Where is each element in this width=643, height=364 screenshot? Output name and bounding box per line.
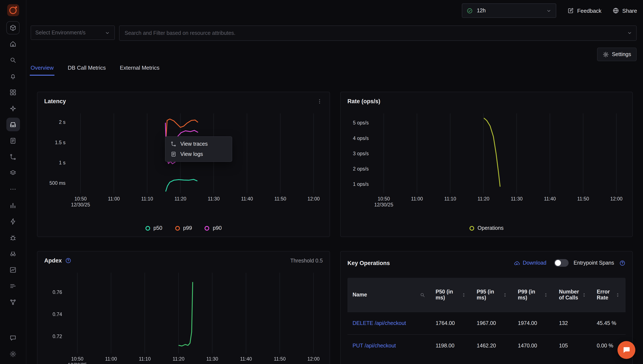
settings-label: Settings [612, 52, 631, 57]
help-icon[interactable] [65, 258, 72, 264]
sidebar-item-service-map[interactable] [6, 295, 20, 309]
sidebar-item-alerts[interactable] [6, 69, 20, 83]
column-header-calls[interactable]: Number of Calls [554, 278, 592, 312]
column-header-error[interactable]: Error Rate [592, 278, 626, 312]
cell-p99: 1974.00 [513, 312, 554, 334]
sidebar-item-metrics[interactable] [6, 198, 20, 212]
svg-text:0.76: 0.76 [53, 290, 62, 295]
bug-icon [9, 234, 17, 241]
sidebar-item-services[interactable] [6, 118, 20, 131]
route-icon [170, 141, 176, 147]
legend-label: Operations [478, 225, 504, 231]
layers-icon [9, 169, 17, 176]
cloud-download-icon [514, 260, 520, 266]
tab-db-call-metrics[interactable]: DB Call Metrics [68, 64, 106, 76]
sidebar-item-messaging-queues[interactable] [6, 166, 20, 180]
rate-chart[interactable]: 10:5012/30/2511:0011:1011:2011:3011:4011… [345, 111, 628, 212]
entrypoint-spans-toggle[interactable] [554, 259, 569, 267]
operation-link[interactable]: DELETE /api/checkout [353, 320, 406, 326]
entrypoint-spans-label: Entrypoint Spans [574, 260, 614, 266]
svg-text:12/30/25: 12/30/25 [68, 362, 87, 364]
cell-p50: 1198.00 [431, 335, 472, 357]
svg-text:1 ops/s: 1 ops/s [353, 181, 369, 187]
gear-icon [603, 51, 609, 58]
environment-placeholder: Select Environment/s [35, 30, 102, 36]
sidebar-item-logs[interactable] [6, 134, 20, 148]
time-range-value: 12h [477, 8, 542, 14]
share-button[interactable]: Share [613, 7, 637, 14]
legend-item-p50[interactable]: p50 [145, 225, 162, 231]
context-menu-item-view-logs[interactable]: View logs [165, 149, 232, 159]
sidebar-nav [0, 21, 26, 360]
sidebar-item-search[interactable] [6, 53, 20, 67]
legend-item-p99[interactable]: p99 [175, 225, 192, 231]
sidebar-item-billing[interactable] [6, 279, 20, 293]
sidebar-item-get-started[interactable] [6, 21, 20, 34]
sidebar-item-api-monitoring[interactable] [6, 214, 20, 228]
rate-legend: Operations [341, 225, 632, 231]
legend-dot [175, 226, 180, 230]
sidebar-item-exceptions[interactable] [6, 231, 20, 244]
legend-item-p90[interactable]: p90 [205, 225, 222, 231]
cube-icon [9, 24, 17, 32]
sidebar-item-explorer[interactable] [6, 247, 20, 260]
key-operations-panel: Key Operations Download Entrypoint Spans… [340, 251, 633, 364]
environment-select[interactable]: Select Environment/s [31, 26, 115, 40]
search-icon [420, 292, 425, 298]
panel-title: Apdex [44, 258, 62, 264]
cell-name: PUT /api/checkout [347, 335, 431, 357]
sort-icon [461, 292, 467, 298]
table-header-row: NameP50 (in ms)P95 (in ms)P99 (in ms)Num… [347, 278, 625, 312]
svg-text:500 ms: 500 ms [50, 180, 66, 186]
resource-filter-input[interactable] [119, 30, 636, 36]
sidebar-item-home[interactable] [6, 37, 20, 50]
latency-legend: p50p99p90 [38, 225, 330, 231]
kebab-menu-icon[interactable] [316, 98, 323, 104]
signoz-logo-icon [9, 6, 17, 14]
download-button[interactable]: Download [511, 259, 549, 266]
sidebar-item-infra-monitoring[interactable] [6, 263, 20, 276]
sidebar-item-traces[interactable] [6, 150, 20, 164]
home-icon [9, 40, 17, 47]
sidebar [0, 0, 26, 364]
panel-header: Apdex Threshold 0.5 [38, 252, 330, 264]
column-header-name[interactable]: Name [347, 278, 430, 312]
sidebar-item-more[interactable] [6, 182, 20, 196]
help-icon[interactable] [619, 260, 625, 266]
svg-text:12/30/25: 12/30/25 [71, 202, 90, 208]
nodes-icon [9, 298, 17, 306]
share-label: Share [622, 8, 637, 14]
column-header-p99[interactable]: P99 (in ms) [513, 278, 554, 312]
svg-text:3 ops/s: 3 ops/s [353, 151, 369, 156]
signoz-logo[interactable] [7, 4, 19, 16]
legend-dot [145, 226, 150, 230]
apdex-chart[interactable]: 10:5012/30/2511:0011:1011:2011:3011:4011… [42, 270, 325, 364]
svg-text:11:30: 11:30 [206, 356, 218, 362]
column-header-p95[interactable]: P95 (in ms) [472, 278, 513, 312]
sidebar-item-settings[interactable] [6, 347, 20, 360]
sidebar-item-integrations[interactable] [6, 102, 20, 115]
bars-icon [9, 202, 17, 209]
svg-text:11:00: 11:00 [108, 196, 120, 202]
feedback-button[interactable]: Feedback [567, 7, 601, 14]
svg-text:4 ops/s: 4 ops/s [353, 136, 369, 141]
operation-link[interactable]: PUT /api/checkout [353, 343, 396, 349]
settings-button[interactable]: Settings [597, 48, 637, 61]
context-menu-item-view-traces[interactable]: View traces [165, 139, 232, 149]
legend-item-operations[interactable]: Operations [470, 225, 504, 231]
svg-text:11:50: 11:50 [274, 196, 286, 202]
tab-overview[interactable]: Overview [31, 64, 54, 76]
feedback-icon [567, 7, 574, 14]
support-chat-button[interactable] [617, 341, 635, 359]
lines-icon [9, 282, 17, 290]
sparkle-icon [9, 105, 17, 112]
svg-text:11:40: 11:40 [544, 196, 556, 202]
sidebar-item-support-chat[interactable] [6, 331, 20, 344]
sidebar-item-dashboards[interactable] [6, 85, 20, 99]
table-body: DELETE /api/checkout1764.001967.001974.0… [347, 312, 625, 357]
table-row[interactable]: PUT /api/checkout1198.001462.201470.0010… [347, 334, 625, 357]
table-row[interactable]: DELETE /api/checkout1764.001967.001974.0… [347, 312, 625, 334]
tab-external-metrics[interactable]: External Metrics [120, 64, 159, 76]
column-header-p50[interactable]: P50 (in ms) [430, 278, 471, 312]
time-range-select[interactable]: 12h [462, 4, 556, 18]
